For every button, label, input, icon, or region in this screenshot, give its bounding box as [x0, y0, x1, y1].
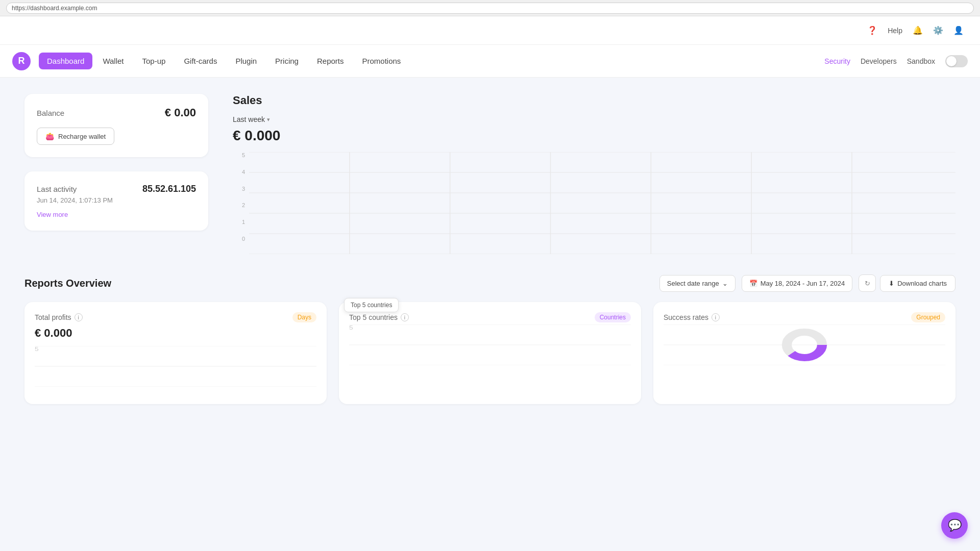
nav-item-wallet[interactable]: Wallet — [94, 53, 132, 69]
y-label-5: 5 — [242, 152, 245, 158]
tooltip-box: Top 5 countries — [344, 298, 399, 312]
period-label: Last week — [233, 115, 265, 123]
logo-letter: R — [18, 56, 25, 66]
reports-controls: Select date range ⌄ 📅 May 18, 2024 - Jun… — [659, 274, 955, 292]
sales-header: Last week ▾ — [233, 115, 955, 123]
nav-item-plugin[interactable]: Plugin — [227, 53, 265, 69]
total-profits-card: Total profits i Days € 0.000 5 — [24, 302, 327, 404]
total-profits-badge[interactable]: Days — [292, 312, 316, 322]
chat-icon: 💬 — [948, 519, 962, 532]
success-rates-title: Success rates i — [664, 313, 720, 321]
reports-header: Reports Overview Select date range ⌄ 📅 M… — [24, 274, 955, 292]
download-icon: ⬇ — [889, 280, 894, 287]
sales-amount: € 0.000 — [233, 128, 955, 144]
help-icon[interactable]: ❓ — [867, 26, 877, 36]
download-label: Download charts — [897, 280, 947, 287]
right-panel: Sales Last week ▾ € 0.000 5 4 3 2 1 — [233, 94, 955, 254]
logo[interactable]: R — [12, 52, 31, 70]
activity-label: Last activity — [37, 185, 77, 193]
success-rates-card: Success rates i Grouped — [653, 302, 955, 404]
top-5-countries-chart: 5 — [349, 324, 631, 365]
activity-ip: 85.52.61.105 — [142, 184, 196, 194]
svg-text:5: 5 — [349, 325, 353, 331]
date-range-display[interactable]: 📅 May 18, 2024 - Jun 17, 2024 — [742, 275, 853, 292]
svg-text:5: 5 — [35, 346, 39, 353]
gear-icon[interactable]: ⚙️ — [933, 26, 943, 36]
chart-area — [249, 152, 955, 254]
nav-developers-link[interactable]: Developers — [861, 57, 897, 65]
nav-security-link[interactable]: Security — [824, 57, 850, 65]
reports-right-controls: ↻ ⬇ Download charts — [859, 274, 955, 292]
chart-svg — [249, 152, 955, 254]
help-label[interactable]: Help — [888, 27, 902, 35]
top-5-countries-label: Top 5 countries — [349, 313, 398, 321]
sales-section: Sales Last week ▾ € 0.000 5 4 3 2 1 — [233, 94, 955, 254]
nav-items: Dashboard Wallet Top-up Gift-cards Plugi… — [39, 53, 824, 69]
y-label-2: 2 — [242, 202, 245, 208]
chevron-down-icon: ⌄ — [722, 280, 728, 287]
nav-item-giftcards[interactable]: Gift-cards — [176, 53, 225, 69]
sandbox-toggle[interactable] — [945, 55, 968, 67]
period-selector[interactable]: Last week ▾ — [233, 115, 270, 123]
top-5-countries-info-icon[interactable]: i — [401, 313, 409, 321]
activity-card-header: Last activity 85.52.61.105 — [37, 184, 196, 194]
date-range-button[interactable]: Select date range ⌄ — [659, 275, 736, 292]
calendar-icon: 📅 — [749, 280, 757, 287]
success-rates-badge[interactable]: Grouped — [911, 312, 945, 322]
activity-card: Last activity 85.52.61.105 Jun 14, 2024,… — [24, 171, 208, 231]
chart-y-axis: 5 4 3 2 1 0 — [233, 152, 247, 242]
bell-icon[interactable]: 🔔 — [913, 26, 923, 36]
balance-card: Balance € 0.00 👛 Recharge wallet — [24, 94, 208, 157]
recharge-label: Recharge wallet — [58, 133, 106, 140]
address-bar[interactable] — [6, 3, 974, 14]
nav-item-dashboard[interactable]: Dashboard — [39, 53, 92, 69]
success-rates-header: Success rates i Grouped — [664, 312, 945, 322]
nav-item-promotions[interactable]: Promotions — [354, 53, 409, 69]
user-avatar-icon[interactable]: 👤 — [953, 26, 964, 36]
nav-sandbox-label: Sandbox — [907, 57, 935, 65]
success-rates-info-icon[interactable]: i — [712, 313, 720, 321]
top-5-countries-badge[interactable]: Countries — [595, 312, 631, 322]
y-label-4: 4 — [242, 169, 245, 175]
sales-title: Sales — [233, 94, 955, 107]
reports-title: Reports Overview — [24, 278, 111, 289]
y-label-0: 0 — [242, 236, 245, 242]
total-profits-value: € 0.000 — [35, 327, 316, 340]
nav-item-topup[interactable]: Top-up — [134, 53, 174, 69]
date-range-label: Select date range — [667, 280, 719, 287]
balance-label: Balance — [37, 109, 64, 117]
recharge-wallet-button[interactable]: 👛 Recharge wallet — [37, 128, 114, 145]
top-5-countries-title: Top 5 countries i — [349, 313, 409, 321]
navbar: R Dashboard Wallet Top-up Gift-cards Plu… — [0, 45, 980, 78]
total-profits-header: Total profits i Days — [35, 312, 316, 322]
reports-grid: Total profits i Days € 0.000 5 — [24, 302, 955, 404]
view-more-link[interactable]: View more — [37, 211, 68, 218]
wallet-icon: 👛 — [45, 132, 54, 140]
tooltip-text: Top 5 countries — [351, 302, 392, 309]
activity-date: Jun 14, 2024, 1:07:13 PM — [37, 196, 196, 204]
dashboard-layout: Balance € 0.00 👛 Recharge wallet Last ac… — [24, 94, 955, 254]
balance-card-header: Balance € 0.00 — [37, 106, 196, 119]
top-5-countries-header: Top 5 countries i Countries — [349, 312, 631, 322]
date-range-value: May 18, 2024 - Jun 17, 2024 — [761, 280, 845, 287]
sales-chart: 5 4 3 2 1 0 — [233, 152, 955, 254]
chat-fab-button[interactable]: 💬 — [941, 512, 968, 539]
refresh-button[interactable]: ↻ — [859, 274, 876, 292]
balance-value: € 0.00 — [165, 106, 196, 119]
left-panel: Balance € 0.00 👛 Recharge wallet Last ac… — [24, 94, 208, 254]
utility-bar: ❓ Help 🔔 ⚙️ 👤 — [0, 16, 980, 45]
main-content: Balance € 0.00 👛 Recharge wallet Last ac… — [0, 78, 980, 551]
y-label-3: 3 — [242, 186, 245, 192]
browser-bar — [0, 0, 980, 16]
total-profits-info-icon[interactable]: i — [75, 313, 83, 321]
top-5-countries-card: Top 5 countries i Countries 5 Top 5 cou — [339, 302, 641, 404]
success-rates-chart — [664, 324, 945, 365]
nav-item-reports[interactable]: Reports — [309, 53, 352, 69]
y-label-1: 1 — [242, 219, 245, 225]
nav-item-pricing[interactable]: Pricing — [267, 53, 307, 69]
nav-right: Security Developers Sandbox — [824, 55, 968, 67]
download-charts-button[interactable]: ⬇ Download charts — [880, 275, 955, 292]
total-profits-chart: 5 — [35, 346, 316, 387]
chevron-down-icon: ▾ — [267, 116, 270, 123]
reports-section: Reports Overview Select date range ⌄ 📅 M… — [24, 274, 955, 404]
